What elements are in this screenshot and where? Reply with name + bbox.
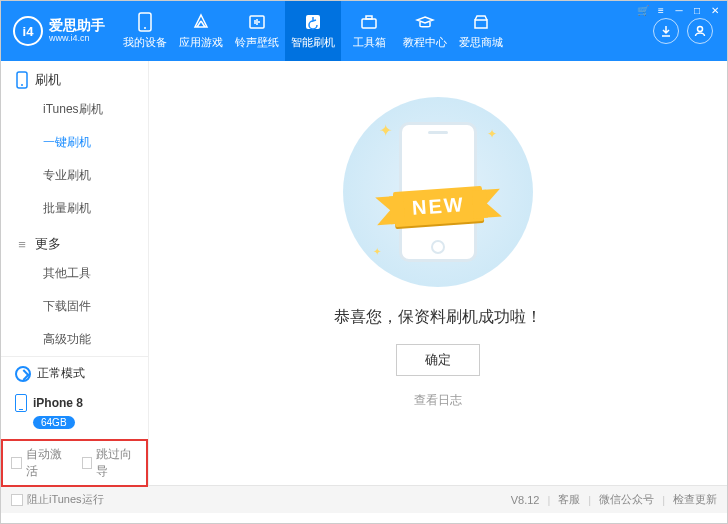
sidebar-item-oneclick-flash[interactable]: 一键刷机 xyxy=(1,126,148,159)
header: 🛒 ≡ ─ □ ✕ i4 爱思助手 www.i4.cn 我的设备 应用游戏 铃声… xyxy=(1,1,727,61)
body: 刷机 iTunes刷机 一键刷机 专业刷机 批量刷机 ≡ 更多 其他工具 下载固… xyxy=(1,61,727,485)
user-button[interactable] xyxy=(687,18,713,44)
ringtone-icon xyxy=(247,12,267,32)
view-log-link[interactable]: 查看日志 xyxy=(414,392,462,409)
phone-icon xyxy=(15,71,29,89)
auto-activate-checkbox[interactable]: 自动激活 xyxy=(11,446,68,480)
sidebar-item-other-tools[interactable]: 其他工具 xyxy=(1,257,148,290)
sparkle-icon: ✦ xyxy=(373,246,381,257)
sparkle-icon: ✦ xyxy=(379,121,392,140)
cart-icon[interactable]: 🛒 xyxy=(635,3,651,17)
svg-rect-6 xyxy=(475,20,487,28)
sidebar-section-flash: 刷机 xyxy=(1,61,148,93)
bottom-options: 自动激活 跳过向导 xyxy=(1,439,148,487)
nav-smart-flash[interactable]: 智能刷机 xyxy=(285,1,341,61)
minimize-icon[interactable]: ─ xyxy=(671,3,687,17)
sidebar: 刷机 iTunes刷机 一键刷机 专业刷机 批量刷机 ≡ 更多 其他工具 下载固… xyxy=(1,61,149,485)
tutorial-icon xyxy=(415,12,435,32)
nav-toolbox[interactable]: 工具箱 xyxy=(341,1,397,61)
svg-point-9 xyxy=(21,84,23,86)
header-right xyxy=(653,18,727,44)
svg-point-7 xyxy=(698,27,703,32)
sidebar-item-batch-flash[interactable]: 批量刷机 xyxy=(1,192,148,225)
phone-small-icon xyxy=(15,394,27,412)
sidebar-item-advanced[interactable]: 高级功能 xyxy=(1,323,148,356)
success-message: 恭喜您，保资料刷机成功啦！ xyxy=(334,307,542,328)
maximize-icon[interactable]: □ xyxy=(689,3,705,17)
window-controls: 🛒 ≡ ─ □ ✕ xyxy=(635,3,723,17)
device-icon xyxy=(135,12,155,32)
success-illustration: ✦ ✦ ✦ NEW xyxy=(343,97,533,287)
logo-badge: i4 xyxy=(13,16,43,46)
main-content: ✦ ✦ ✦ NEW 恭喜您，保资料刷机成功啦！ 确定 查看日志 xyxy=(149,61,727,485)
new-ribbon: NEW xyxy=(393,186,484,227)
block-itunes-checkbox[interactable]: 阻止iTunes运行 xyxy=(11,492,104,507)
nav-apps[interactable]: 应用游戏 xyxy=(173,1,229,61)
device-info[interactable]: iPhone 8 64GB xyxy=(1,390,148,439)
sidebar-item-download-firmware[interactable]: 下载固件 xyxy=(1,290,148,323)
sidebar-item-itunes-flash[interactable]: iTunes刷机 xyxy=(1,93,148,126)
svg-rect-4 xyxy=(362,19,376,28)
logo-title: 爱思助手 xyxy=(49,18,105,33)
ok-button[interactable]: 确定 xyxy=(396,344,480,376)
version-label: V8.12 xyxy=(511,494,540,506)
store-icon xyxy=(471,12,491,32)
nav-tutorials[interactable]: 教程中心 xyxy=(397,1,453,61)
wechat-link[interactable]: 微信公众号 xyxy=(599,492,654,507)
skip-wizard-checkbox[interactable]: 跳过向导 xyxy=(82,446,139,480)
storage-badge: 64GB xyxy=(33,416,75,429)
top-nav: 我的设备 应用游戏 铃声壁纸 智能刷机 工具箱 教程中心 爱思商城 xyxy=(117,1,509,61)
nav-ringtones[interactable]: 铃声壁纸 xyxy=(229,1,285,61)
logo: i4 爱思助手 www.i4.cn xyxy=(1,16,117,46)
logo-sub: www.i4.cn xyxy=(49,34,105,44)
footer: 阻止iTunes运行 V8.12 | 客服 | 微信公众号 | 检查更新 xyxy=(1,485,727,513)
apps-icon xyxy=(191,12,211,32)
sparkle-icon: ✦ xyxy=(487,127,497,141)
nav-my-device[interactable]: 我的设备 xyxy=(117,1,173,61)
sidebar-item-pro-flash[interactable]: 专业刷机 xyxy=(1,159,148,192)
menu-lines-icon: ≡ xyxy=(15,237,29,252)
status-icon xyxy=(15,366,31,382)
sidebar-section-more: ≡ 更多 xyxy=(1,225,148,257)
device-status[interactable]: 正常模式 xyxy=(1,357,148,390)
svg-point-1 xyxy=(144,27,146,29)
nav-store[interactable]: 爱思商城 xyxy=(453,1,509,61)
menu-icon[interactable]: ≡ xyxy=(653,3,669,17)
download-button[interactable] xyxy=(653,18,679,44)
close-icon[interactable]: ✕ xyxy=(707,3,723,17)
flash-icon xyxy=(303,12,323,32)
svg-rect-5 xyxy=(366,16,372,19)
toolbox-icon xyxy=(359,12,379,32)
support-link[interactable]: 客服 xyxy=(558,492,580,507)
update-link[interactable]: 检查更新 xyxy=(673,492,717,507)
